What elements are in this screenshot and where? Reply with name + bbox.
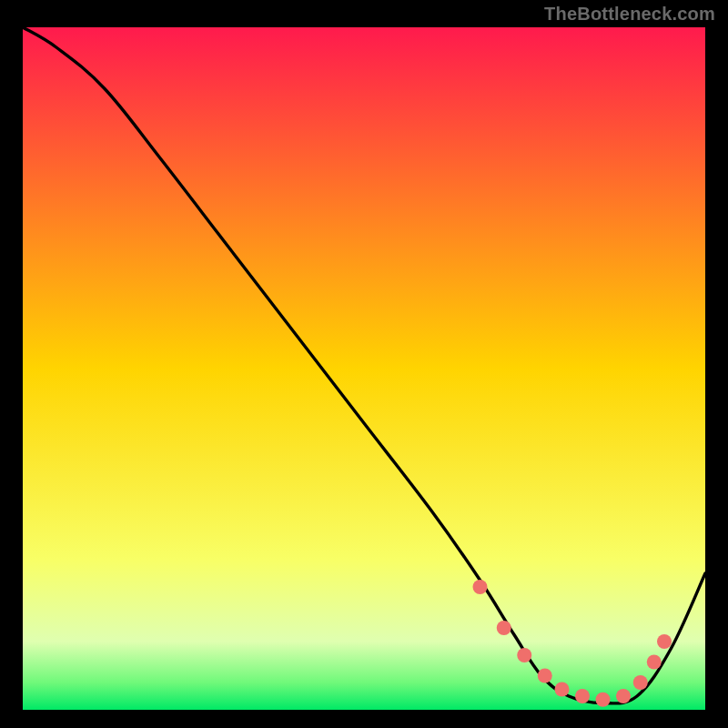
chart-background <box>23 27 705 710</box>
marker-dot <box>497 621 511 635</box>
marker-dot <box>473 580 488 594</box>
marker-dot <box>575 689 590 703</box>
chart-frame: TheBottleneck.com <box>0 0 728 728</box>
marker-dot <box>538 669 552 683</box>
marker-dot <box>517 648 531 662</box>
marker-dot <box>647 655 662 670</box>
marker-dot <box>555 682 570 697</box>
chart-svg <box>23 27 705 710</box>
attribution-label: TheBottleneck.com <box>544 4 715 25</box>
marker-dot <box>616 689 631 703</box>
marker-dot <box>596 693 611 707</box>
marker-dot <box>657 634 672 649</box>
plot-area <box>23 27 705 710</box>
marker-dot <box>633 675 648 690</box>
